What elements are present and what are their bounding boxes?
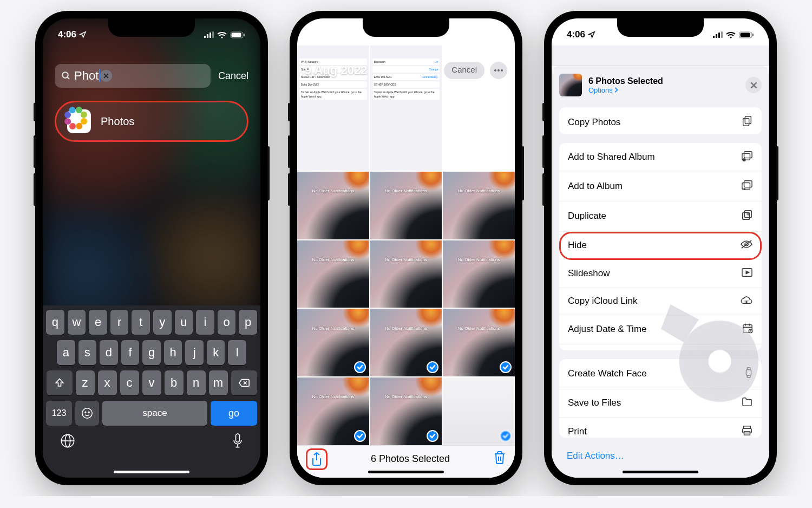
cloud-link-icon — [740, 296, 753, 307]
mic-icon[interactable] — [232, 433, 243, 448]
action-album[interactable]: Add to Album — [559, 172, 762, 201]
photo-thumbnail[interactable]: No Older Notifications — [297, 240, 369, 308]
key-r[interactable]: r — [110, 310, 129, 335]
key-i[interactable]: i — [196, 310, 214, 335]
svg-rect-40 — [743, 118, 749, 126]
photo-thumbnail[interactable]: No Older Notifications — [370, 240, 442, 308]
action-folder[interactable]: Save to Files — [559, 389, 762, 418]
photo-thumbnail[interactable]: No Older Notifications — [370, 309, 442, 376]
key-n[interactable]: n — [187, 370, 206, 395]
wifi-icon — [726, 31, 736, 38]
svg-rect-26 — [498, 34, 499, 36]
share-title: 6 Photos Selected — [588, 76, 739, 86]
key-p[interactable]: p — [239, 310, 257, 335]
action-watch[interactable]: Create Watch Face — [559, 359, 762, 389]
svg-rect-31 — [716, 34, 717, 38]
folder-icon — [741, 397, 753, 409]
action-cloud-link[interactable]: Copy iCloud Link — [559, 288, 762, 315]
key-x[interactable]: x — [98, 370, 117, 395]
key-j[interactable]: j — [185, 340, 204, 365]
action-label: Create Watch Face — [568, 368, 647, 379]
key-g[interactable]: g — [142, 340, 161, 365]
delete-key[interactable] — [231, 370, 257, 395]
delete-button[interactable] — [493, 451, 506, 467]
photo-thumbnail[interactable]: No Older Notifications — [297, 309, 369, 376]
action-calendar[interactable]: Adjust Date & Time — [559, 315, 762, 344]
kbd-row-1: qwertyuiop — [46, 310, 257, 335]
clear-search-button[interactable] — [100, 70, 112, 82]
photo-thumbnail[interactable]: No Older Notifications — [297, 377, 369, 445]
key-u[interactable]: u — [175, 310, 193, 335]
key-a[interactable]: a — [57, 340, 75, 365]
cancel-button[interactable]: Cancel — [218, 70, 248, 82]
options-button[interactable]: Options — [588, 86, 739, 94]
action-duplicate[interactable]: Duplicate — [559, 201, 762, 232]
key-y[interactable]: y — [153, 310, 172, 335]
date-header: 9 Aug 2022 — [305, 63, 367, 77]
key-v[interactable]: v — [142, 370, 161, 395]
key-w[interactable]: w — [68, 310, 86, 335]
key-k[interactable]: k — [207, 340, 225, 365]
x-icon — [750, 82, 757, 89]
spotlight-search[interactable]: Phot — [55, 64, 211, 88]
key-m[interactable]: m — [209, 370, 228, 395]
photo-thumbnail[interactable]: No Older Notifications — [443, 309, 515, 376]
key-t[interactable]: t — [132, 310, 150, 335]
shift-key[interactable] — [47, 370, 73, 395]
action-label: Save to Files — [568, 398, 621, 408]
location-arrow-icon — [333, 31, 341, 38]
more-button[interactable] — [490, 62, 507, 79]
photo-thumbnail[interactable]: No Older Notifications — [370, 172, 442, 239]
keyboard[interactable]: qwertyuiop asdfghjkl zxcvbnm 123 space g… — [43, 305, 260, 478]
action-hide[interactable]: Hide — [559, 232, 762, 260]
svg-rect-3 — [212, 31, 214, 38]
key-l[interactable]: l — [228, 340, 246, 365]
duplicate-icon — [741, 209, 753, 224]
close-button[interactable] — [745, 77, 762, 93]
location-arrow-icon — [588, 31, 595, 38]
selection-checkmark — [500, 430, 512, 442]
svg-rect-41 — [744, 151, 752, 158]
battery-icon — [739, 31, 754, 38]
key-z[interactable]: z — [76, 370, 95, 395]
hide-icon — [740, 239, 753, 252]
cancel-button[interactable]: Cancel — [444, 62, 484, 79]
kbd-row-2: asdfghjkl — [46, 340, 257, 365]
svg-rect-2 — [209, 32, 211, 38]
numbers-key[interactable]: 123 — [46, 401, 72, 426]
globe-icon[interactable] — [60, 433, 75, 448]
ellipsis-icon — [494, 69, 503, 71]
go-key[interactable]: go — [211, 401, 257, 426]
photo-thumbnail[interactable]: No Older Notifications — [297, 172, 369, 239]
action-copy[interactable]: Copy Photos — [559, 107, 762, 134]
action-label: Print — [568, 426, 587, 437]
emoji-key[interactable] — [75, 401, 99, 426]
key-c[interactable]: c — [120, 370, 139, 395]
key-d[interactable]: d — [100, 340, 118, 365]
space-key[interactable]: space — [102, 401, 207, 426]
search-result-photos[interactable]: Photos — [55, 101, 248, 142]
photo-thumbnail[interactable]: No Older Notifications — [443, 172, 515, 239]
key-s[interactable]: s — [78, 340, 97, 365]
share-button[interactable] — [306, 448, 328, 470]
key-h[interactable]: h — [164, 340, 182, 365]
action-print[interactable]: Print — [559, 418, 762, 438]
photo-thumbnail[interactable]: No Older Notifications — [443, 240, 515, 308]
svg-point-28 — [497, 69, 500, 71]
key-q[interactable]: q — [46, 310, 64, 335]
photo-thumbnail[interactable]: No Older Notifications — [370, 377, 442, 445]
action-label: Adjust Date & Time — [568, 324, 647, 335]
background-dimmer — [552, 45, 769, 66]
key-b[interactable]: b — [165, 370, 184, 395]
key-f[interactable]: f — [121, 340, 140, 365]
share-thumbnail — [559, 74, 582, 96]
battery-icon — [484, 31, 500, 38]
action-play[interactable]: Slideshow — [559, 260, 762, 288]
key-e[interactable]: e — [89, 310, 107, 335]
photo-thumbnail[interactable] — [443, 377, 515, 445]
selection-count: 6 Photos Selected — [371, 453, 450, 465]
action-location[interactable]: Adjust Location — [559, 344, 762, 350]
key-o[interactable]: o — [218, 310, 236, 335]
photos-app-icon — [67, 109, 91, 133]
action-shared-album[interactable]: Add to Shared Album — [559, 143, 762, 172]
